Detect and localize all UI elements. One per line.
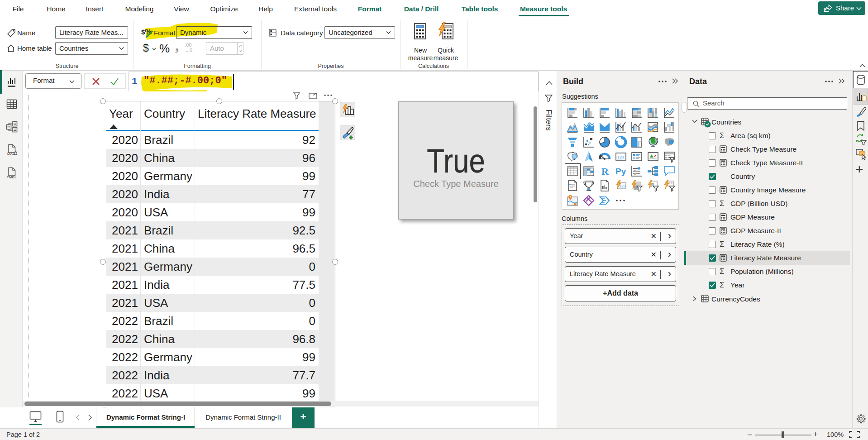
svg-text:123: 123 [617, 155, 624, 159]
svg-text:TMDL: TMDL [7, 175, 17, 179]
svg-text:Py: Py [615, 167, 626, 176]
svg-text:DAX: DAX [7, 152, 16, 156]
svg-text:R: R [601, 166, 609, 177]
